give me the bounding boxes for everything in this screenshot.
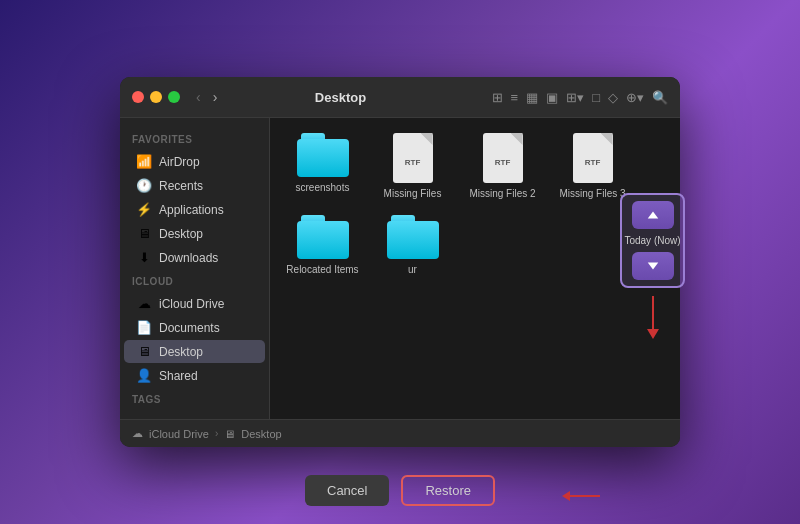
view-grid-icon[interactable]: ⊞ [492,90,503,105]
sidebar-item-downloads[interactable]: ⬇ Downloads [124,246,265,269]
icloud-status-icon: ☁ [132,427,143,440]
icloud-icon: ☁ [136,296,152,311]
time-machine-down-button[interactable] [632,252,674,280]
cancel-button[interactable]: Cancel [305,475,389,506]
desktop-active-icon: 🖥 [136,344,152,359]
minimize-button[interactable] [150,91,162,103]
sidebar-item-shared-label: Shared [159,369,198,383]
sidebar-item-desktop-active[interactable]: 🖥 Desktop [124,340,265,363]
search-icon[interactable]: 🔍 [652,90,668,105]
file-item-ur[interactable]: ur [375,215,450,276]
maximize-button[interactable] [168,91,180,103]
restore-arrow-head [562,491,570,501]
sidebar-item-icloud-drive[interactable]: ☁ iCloud Drive [124,292,265,315]
sidebar-item-downloads-label: Downloads [159,251,218,265]
sidebar-item-applications-label: Applications [159,203,224,217]
restore-button[interactable]: Restore [401,475,495,506]
sidebar-item-desktop[interactable]: 🖥 Desktop [124,222,265,245]
desktop-status-icon: 🖥 [224,428,235,440]
finder-window: ‹ › Desktop ⊞ ≡ ▦ ▣ ⊞▾ □ ◇ ⊕▾ 🔍 Favorite… [120,77,680,447]
sidebar-item-shared[interactable]: 👤 Shared [124,364,265,387]
doc-icon: RTF [393,133,433,183]
traffic-lights [132,91,180,103]
chevron-down-icon [646,259,660,273]
sidebar-item-documents-label: Documents [159,321,220,335]
status-location: Desktop [241,428,281,440]
sidebar-item-recents-label: Recents [159,179,203,193]
bottom-bar: Cancel Restore [305,475,495,506]
file-name-missing-files-3: Missing Files 3 [559,188,625,200]
window-title: Desktop [189,90,491,105]
airdrop-icon: 📶 [136,154,152,169]
time-machine-arrow [652,296,654,331]
sidebar-item-applications[interactable]: ⚡ Applications [124,198,265,221]
sidebar-item-desktop-label: Desktop [159,227,203,241]
sidebar-item-airdrop-label: AirDrop [159,155,200,169]
file-item-missing-files-3[interactable]: RTF Missing Files 3 [555,133,630,200]
file-name-missing-files: Missing Files [384,188,442,200]
share-icon[interactable]: ◇ [608,90,618,105]
folder-icon-ur [387,215,439,259]
doc-icon-2: RTF [483,133,523,183]
view-columns-icon[interactable]: ▦ [526,90,538,105]
file-name-ur: ur [408,264,417,276]
sidebar-item-airdrop[interactable]: 📶 AirDrop [124,150,265,173]
restore-arrow-line [570,495,600,497]
folder-icon [297,133,349,177]
downloads-icon: ⬇ [136,250,152,265]
tags-label: Tags [120,388,269,409]
time-machine-panel: Today (Now) [620,193,685,331]
file-name-missing-files-2: Missing Files 2 [469,188,535,200]
restore-arrow [562,491,600,501]
time-machine-box: Today (Now) [620,193,685,288]
favorites-label: Favorites [120,128,269,149]
file-item-missing-files-2[interactable]: RTF Missing Files 2 [465,133,540,200]
action-icon[interactable]: □ [592,90,600,105]
file-name-screenshots: screenshots [296,182,350,194]
sidebar-item-recents[interactable]: 🕐 Recents [124,174,265,197]
view-gallery-icon[interactable]: ▣ [546,90,558,105]
toolbar-icons: ⊞ ≡ ▦ ▣ ⊞▾ □ ◇ ⊕▾ 🔍 [492,90,668,105]
sidebar-item-desktop-active-label: Desktop [159,345,203,359]
icloud-label: iCloud [120,270,269,291]
time-machine-label: Today (Now) [624,235,680,246]
main-content: Favorites 📶 AirDrop 🕐 Recents ⚡ Applicat… [120,118,680,419]
file-item-relocated[interactable]: Relocated Items [285,215,360,276]
applications-icon: ⚡ [136,202,152,217]
file-area: screenshots RTF Missing Files RTF Missin… [270,118,680,419]
status-path: iCloud Drive [149,428,209,440]
view-options-icon[interactable]: ⊞▾ [566,90,584,105]
sidebar-item-icloud-label: iCloud Drive [159,297,224,311]
view-list-icon[interactable]: ≡ [511,90,519,105]
time-machine-up-button[interactable] [632,201,674,229]
chevron-up-icon [646,208,660,222]
sidebar: Favorites 📶 AirDrop 🕐 Recents ⚡ Applicat… [120,118,270,419]
recents-icon: 🕐 [136,178,152,193]
breadcrumb-separator: › [215,428,218,439]
doc-icon-3: RTF [573,133,613,183]
desktop-icon: 🖥 [136,226,152,241]
status-bar: ☁ iCloud Drive › 🖥 Desktop [120,419,680,447]
shared-icon: 👤 [136,368,152,383]
close-button[interactable] [132,91,144,103]
documents-icon: 📄 [136,320,152,335]
file-item-screenshots[interactable]: screenshots [285,133,360,200]
more-icon[interactable]: ⊕▾ [626,90,644,105]
file-item-missing-files[interactable]: RTF Missing Files [375,133,450,200]
title-bar: ‹ › Desktop ⊞ ≡ ▦ ▣ ⊞▾ □ ◇ ⊕▾ 🔍 [120,77,680,118]
sidebar-item-documents[interactable]: 📄 Documents [124,316,265,339]
file-name-relocated: Relocated Items [286,264,358,276]
folder-icon-relocated [297,215,349,259]
